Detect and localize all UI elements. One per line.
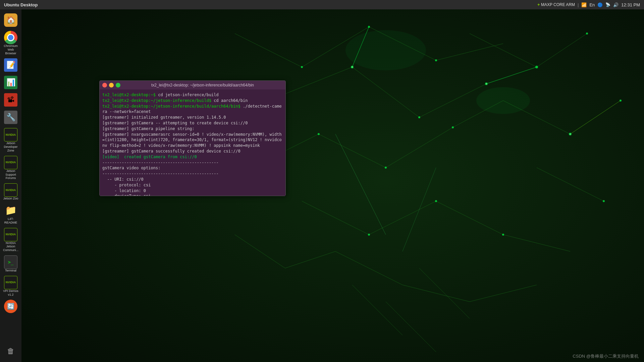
terminal-line: gstCamera video options:	[102, 165, 283, 171]
svg-point-50	[345, 30, 426, 70]
svg-point-37	[385, 167, 387, 169]
terminal-line: - protocol: csi	[102, 182, 283, 188]
dock-item-chromium[interactable]: Chromium Web Browser	[1, 29, 20, 56]
vpi-demos-icon: NVIDIA	[4, 276, 17, 289]
terminal-line: [gstreamer] gstCamera successfully creat…	[102, 148, 283, 154]
terminal-line: - location: 0	[102, 188, 283, 194]
chromium-label: Chromium Web Browser	[2, 44, 19, 55]
tray-sep1: |	[578, 2, 579, 7]
csdn-watermark: CSDN @鲁棒最小二乘支持向量机	[573, 353, 639, 359]
terminal-prompt: tx2_lei@tx2-desktop:~/jetson-inference/b…	[102, 98, 214, 103]
dock-item-home[interactable]: 🏠	[1, 12, 20, 29]
svg-point-34	[418, 116, 420, 118]
dock-item-nvidia-dev[interactable]: NVIDIA Jetson Developer Zone	[1, 127, 20, 154]
dock-item-jetson-zoo[interactable]: NVIDIA Jetson Zoo	[1, 182, 20, 202]
svg-point-47	[352, 66, 353, 68]
dock-item-settings[interactable]: 🔧	[1, 109, 20, 126]
svg-point-32	[435, 59, 437, 61]
nvidia-icon-text: ✦	[537, 3, 540, 7]
jetson-zoo-logo: NVIDIA	[6, 189, 16, 192]
dock-item-vpi-demos[interactable]: NVIDIA VPI Demos v1.2	[1, 275, 20, 298]
vpi-demos-logo: NVIDIA	[6, 281, 16, 284]
nvidia-communi-logo: NVIDIA	[6, 233, 16, 236]
terminal-line: [gstreamer] nvarguscamerasrc sensor-id=0…	[102, 132, 283, 148]
settings-icon: 🔧	[6, 113, 15, 122]
network-icon: 📡	[605, 2, 610, 7]
terminal-titlebar: tx2_lei@tx2-desktop: ~/jetson-inference/…	[100, 81, 285, 89]
clock: 12:31 PM	[621, 2, 640, 7]
nvidia-indicator: ✦ MAXP CORE ARM	[537, 2, 575, 7]
svg-point-39	[368, 234, 370, 236]
impress-icon: 📽	[7, 96, 14, 104]
update-emoji: 🔄	[7, 303, 14, 310]
terminal-line: tx2_lei@tx2-desktop:~/jetson-inference/b…	[102, 104, 283, 115]
nvidia-support-label: Jetson Support Forums	[2, 169, 19, 180]
terminal-window[interactable]: tx2_lei@tx2-desktop: ~/jetson-inference/…	[99, 80, 286, 196]
terminal-maximize-button[interactable]	[116, 83, 120, 87]
terminal-line: tx2_lei@tx2-desktop:~$ cd jetson-inferen…	[102, 92, 283, 98]
svg-point-31	[368, 26, 370, 28]
svg-point-30	[301, 66, 303, 68]
desktop: Ubuntu Desktop ✦ MAXP CORE ARM | 📶 En 🔵 …	[0, 0, 644, 362]
top-panel-right: ✦ MAXP CORE ARM | 📶 En 🔵 📡 🔊 12:31 PM	[537, 2, 644, 7]
bluetooth-icon[interactable]: 🔵	[597, 2, 603, 7]
nvidia-communi-icon: NVIDIA	[4, 228, 17, 241]
terminal-minimize-button[interactable]	[109, 83, 114, 87]
terminal-close-button[interactable]	[102, 83, 107, 87]
dock-item-terminal[interactable]: >_ Terminal	[1, 254, 20, 274]
terminal-line: tx2_lei@tx2-desktop:~/jetson-inference/b…	[102, 98, 283, 104]
terminal-line: [video] created gstCamera from csi://0	[102, 154, 283, 160]
terminal-body[interactable]: tx2_lei@tx2-desktop:~$ cd jetson-inferen…	[100, 89, 285, 196]
svg-rect-0	[0, 0, 644, 362]
top-panel: Ubuntu Desktop ✦ MAXP CORE ARM | 📶 En 🔵 …	[0, 0, 644, 9]
chromium-icon	[4, 31, 17, 44]
svg-point-36	[318, 133, 320, 135]
nvidia-communi-label: NVIDIA Jetson Communi...	[2, 241, 19, 252]
dock-item-nvidia-communi[interactable]: NVIDIA NVIDIA Jetson Communi...	[1, 227, 20, 253]
writer-icon: 📝	[6, 61, 15, 69]
svg-point-41	[502, 234, 504, 236]
home-icon: 🏠	[6, 16, 15, 24]
dock-item-writer[interactable]: 📝	[1, 57, 20, 74]
nvidia-dev-icon: NVIDIA	[4, 128, 17, 141]
wifi-icon[interactable]: 📶	[581, 2, 587, 7]
dock-item-update[interactable]: 🔄	[1, 298, 20, 314]
nvidia-dev-label: Jetson Developer Zone	[2, 141, 19, 152]
terminal-line: -- deviceType: csi	[102, 193, 283, 196]
svg-point-48	[486, 83, 487, 84]
trash-icon: 🗑	[4, 345, 17, 358]
svg-point-43	[586, 33, 588, 35]
dock-item-trash[interactable]: 🗑	[1, 343, 20, 359]
svg-point-45	[620, 100, 622, 102]
l4t-label: L4T-README	[2, 217, 19, 225]
terminal-line: ----------------------------------------…	[102, 171, 283, 177]
terminal-icon: >_	[4, 255, 17, 269]
dock-item-l4t-readme[interactable]: 📁 L4T-README	[1, 202, 20, 226]
lang-indicator[interactable]: En	[589, 2, 595, 7]
svg-point-51	[476, 87, 530, 114]
background-canvas	[0, 0, 644, 362]
terminal-line: [gstreamer] initialized gstreamer, versi…	[102, 115, 283, 120]
terminal-title: tx2_lei@tx2-desktop: ~/jetson-inference/…	[122, 83, 283, 87]
svg-point-38	[452, 126, 454, 128]
nvidia-label: MAXP CORE ARM	[541, 2, 575, 7]
terminal-prompt: tx2_lei@tx2-desktop:~/jetson-inference/b…	[102, 104, 243, 109]
nvidia-dev-logo: NVIDIA	[6, 133, 16, 136]
jetson-zoo-icon: NVIDIA	[4, 183, 17, 197]
update-icon: 🔄	[4, 300, 17, 313]
svg-point-42	[535, 66, 538, 68]
volume-icon[interactable]: 🔊	[613, 2, 619, 7]
terminal-line: -- URI: csi://0	[102, 177, 283, 182]
dock-item-nvidia-support[interactable]: NVIDIA Jetson Support Forums	[1, 155, 20, 181]
terminal-line: [gstreamer] gstCamera pipeline string:	[102, 126, 283, 132]
svg-point-49	[570, 133, 571, 135]
terminal-label: Terminal	[5, 269, 16, 273]
terminal-command: cd aarch64/bin	[214, 98, 248, 103]
terminal-line: ----------------------------------------…	[102, 160, 283, 166]
dock-item-impress[interactable]: 📽	[1, 92, 20, 109]
jetson-zoo-label: Jetson Zoo	[3, 197, 18, 200]
folder-emoji: 📁	[5, 205, 17, 216]
terminal-prompt-icon: >_	[8, 259, 14, 265]
terminal-command: cd jetson-inference/build	[158, 93, 219, 97]
dock-item-calc[interactable]: 📊	[1, 74, 20, 91]
